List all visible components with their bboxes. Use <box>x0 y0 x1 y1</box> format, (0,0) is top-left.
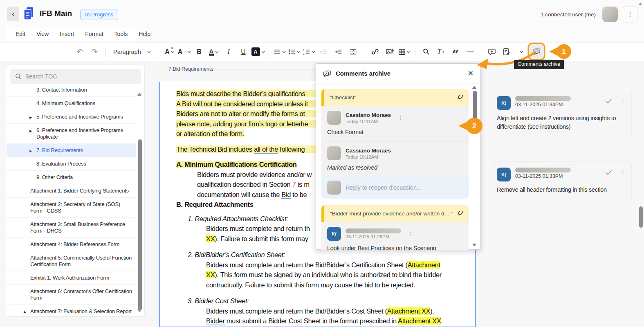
quoted-text: "Bidder must provide evidence and/or wri… <box>330 211 453 217</box>
toc-item-contact-information[interactable]: 3. Contact Information <box>7 88 136 97</box>
avatar <box>327 111 341 125</box>
user-avatar <box>602 7 618 22</box>
toc-item-exhibit-1[interactable]: Exhibit 1: Work Authorization Form <box>7 271 136 285</box>
svg-text:2: 2 <box>472 122 476 130</box>
expand-caret-icon[interactable]: ▶ <box>24 309 26 316</box>
popup-scroll-down-arrow[interactable] <box>472 244 476 246</box>
link-icon[interactable] <box>368 45 382 59</box>
popup-scroll-up-arrow[interactable] <box>472 86 476 89</box>
highlight-color-button[interactable]: A <box>251 45 265 59</box>
popup-scroll-area: "Checklist" Cassiano Moraes Today 10:11A… <box>316 83 480 250</box>
bold-button[interactable]: B <box>192 45 206 59</box>
annotation-step-2: 2 <box>458 117 483 135</box>
toc-scroll-up-arrow[interactable] <box>137 93 141 96</box>
insert-image-icon[interactable] <box>383 45 397 59</box>
resolve-check-icon[interactable] <box>605 170 612 175</box>
block-quote-icon[interactable]: “ <box>449 45 462 59</box>
toc-item-attachment-6[interactable]: Attachment 6: Contractor's Offer Certifi… <box>7 285 136 305</box>
toc-item-attachment-5[interactable]: Attachment 5: Commercially Useful Functi… <box>7 251 136 271</box>
bulleted-list-button[interactable] <box>287 45 301 59</box>
font-size-button[interactable]: A↕ <box>177 45 191 59</box>
horizontal-line-icon[interactable]: — <box>463 45 477 59</box>
section-label: 7.Bid Requirements <box>168 66 213 72</box>
font-family-button[interactable]: A≡ <box>163 45 177 59</box>
outdent-icon[interactable] <box>317 45 331 59</box>
toc-item-attachment-3[interactable]: Attachment 3: Small Business Preference … <box>7 218 136 238</box>
comment-options-icon[interactable]: ⋮ <box>620 169 626 175</box>
toc-item-bid-requirements[interactable]: ▶7. Bid Requirements <box>7 144 136 157</box>
comments-archive-button[interactable] <box>529 44 544 59</box>
reply-field[interactable]: Reply to reopen discussion... <box>321 177 469 199</box>
toc-list: 3. Contact Information 4. Minimum Qualif… <box>7 88 136 316</box>
avatar: K( <box>327 227 341 241</box>
comment-options-icon[interactable]: ⋮ <box>620 98 626 104</box>
menu-item-help[interactable]: Help <box>139 31 150 37</box>
app-header: ‹ IFB Main In Progress 1 connected user … <box>0 0 644 27</box>
quoted-text: "Checklist" <box>330 94 356 101</box>
find-replace-icon[interactable] <box>419 45 433 59</box>
toc-item-other-criteria[interactable]: 9. Other Criteria <box>7 171 136 184</box>
page-scroll-up-arrow[interactable] <box>638 2 642 5</box>
insert-table-button[interactable] <box>397 45 411 59</box>
toc-item-attachment-4[interactable]: Attachment 4: Bidder References Form <box>7 238 136 251</box>
menu-item-edit[interactable]: Edit <box>16 31 25 37</box>
paragraph-style-dropdown[interactable]: Paragraph <box>109 45 155 59</box>
text-align-button[interactable] <box>273 45 287 59</box>
toc-item-minimum-qualifications[interactable]: 4. Minimum Qualifications <box>7 97 136 110</box>
resolve-check-icon[interactable] <box>605 98 612 104</box>
menu-item-insert[interactable]: Insert <box>60 31 74 37</box>
toc-item-attachment-1[interactable]: Attachment 1: Bidder Certifying Statemen… <box>7 184 136 198</box>
expand-caret-icon[interactable]: ▶ <box>29 114 32 121</box>
page-scrollbar-thumb[interactable] <box>639 206 643 228</box>
toc-item-preference-programs-duplicate[interactable]: ▶6. Preference and Incentive Programs Du… <box>7 124 136 144</box>
toc-item-attachment-7[interactable]: ▶Attachment 7: Evaluation & Selection Re… <box>7 305 136 316</box>
font-color-button[interactable]: A <box>207 45 221 59</box>
reopen-arrow-icon[interactable] <box>456 210 464 217</box>
menu-item-tools[interactable]: Tools <box>114 31 128 37</box>
numbered-list-button[interactable]: 12 <box>302 45 316 59</box>
doc-text-highlighted: Attachment <box>408 261 440 269</box>
add-comment-icon[interactable] <box>485 45 499 59</box>
comment-timestamp: 03-11-2025 01:33PM <box>515 173 571 179</box>
page-break-icon[interactable] <box>346 45 360 59</box>
comment-options-icon[interactable]: ⋮ <box>408 231 413 237</box>
menu-item-view[interactable]: View <box>36 31 49 37</box>
back-button[interactable]: ‹ <box>7 7 19 21</box>
doc-text: . <box>441 317 443 325</box>
toc-item-preference-programs[interactable]: ▶5. Preference and Incentive Programs <box>7 110 136 124</box>
indent-icon[interactable] <box>332 45 346 59</box>
comment-timestamp: Today 10:11AM <box>346 119 391 124</box>
toc-search-box[interactable] <box>10 69 141 84</box>
remove-format-icon[interactable]: Tx <box>434 45 448 59</box>
comments-archive-popup: Comments archive ✕ "Checklist" Cassiano … <box>316 63 480 250</box>
doc-heading-a: A. Minimum Qualifications Certification <box>176 161 296 168</box>
comment-options-icon[interactable]: ⋮ <box>398 115 403 121</box>
toolbar-divider <box>364 47 364 57</box>
toc-scrollbar-thumb[interactable] <box>138 139 142 310</box>
toc-item-evaluation-process[interactable]: 8. Evaluation Process <box>7 157 136 171</box>
close-icon[interactable]: ✕ <box>468 69 473 78</box>
menu-item-format[interactable]: Format <box>85 31 103 37</box>
undo-icon[interactable]: ↶ <box>73 45 87 59</box>
toc-scroll-down-arrow[interactable] <box>137 309 141 312</box>
italic-button[interactable]: I <box>222 45 236 59</box>
toc-search-input[interactable] <box>25 73 123 80</box>
sidebar-comment-card[interactable]: K( 03-11-2025 01:33PM ⋮ Remove all heade… <box>491 161 632 201</box>
underline-button[interactable]: U <box>236 45 250 59</box>
reopen-arrow-icon[interactable] <box>456 94 464 101</box>
doc-text-highlighted: Attachment XX <box>398 317 441 325</box>
track-changes-icon[interactable] <box>500 45 514 59</box>
svg-text:2: 2 <box>303 52 305 55</box>
editor-toolbar: ↶ ↷ Paragraph A≡ A↕ B A I U A 12 Tx “ — <box>0 42 644 61</box>
redo-icon[interactable]: ↷ <box>88 45 101 59</box>
expand-caret-icon[interactable]: ▶ <box>29 148 32 155</box>
kebab-menu-button[interactable]: ⋮ <box>623 6 637 22</box>
sidebar-comment-card[interactable]: K( 03-11-2025 01:34PM ⋮ Align left and c… <box>491 90 632 138</box>
archived-comment: K( 03-11-2025 01:26PM ⋮ Look under Best … <box>321 222 469 250</box>
comments-dropdown-chevron[interactable] <box>514 45 528 59</box>
toolbar-divider <box>415 47 415 57</box>
doc-text-highlighted: Attachment XX <box>387 307 431 315</box>
document-icon <box>23 7 34 22</box>
expand-caret-icon[interactable]: ▶ <box>29 128 32 134</box>
toc-item-attachment-2[interactable]: Attachment 2: Secretary of State (SOS) F… <box>7 198 136 218</box>
